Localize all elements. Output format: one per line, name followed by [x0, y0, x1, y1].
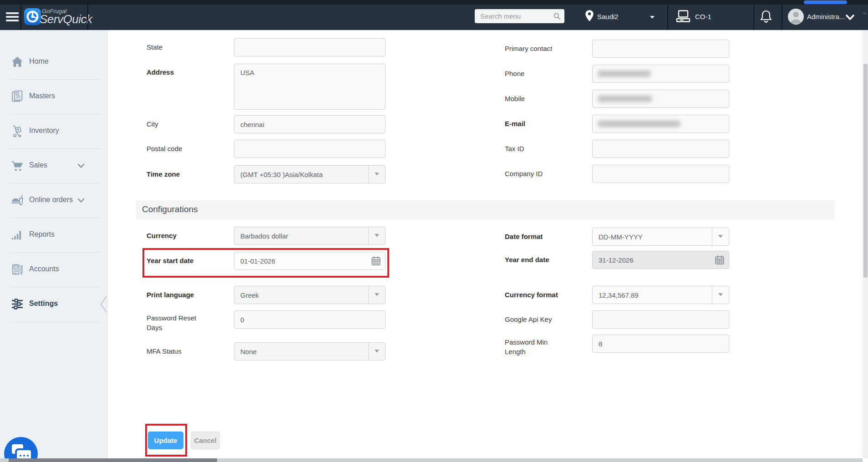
redacted-value: [598, 121, 680, 127]
top-scroll-indicator: [804, 0, 847, 4]
currency-format-select[interactable]: 12,34,567.89: [592, 286, 729, 304]
mfa-status-select[interactable]: None: [234, 342, 386, 360]
header-divider: [667, 5, 668, 30]
section-title: Configurations: [142, 204, 198, 214]
sidebar-divider: [10, 252, 101, 253]
header-divider: [20, 5, 21, 30]
sidebar-item-masters[interactable]: Masters: [0, 86, 107, 107]
primary-contact-input[interactable]: [592, 40, 729, 58]
password-reset-days-input[interactable]: [234, 310, 386, 329]
cancel-button[interactable]: Cancel: [191, 432, 220, 449]
year-start-date-input[interactable]: [234, 252, 386, 270]
location-pin-icon: [584, 10, 594, 22]
chevron-down-icon: [368, 166, 385, 183]
sidebar-divider: [10, 183, 101, 183]
chevron-down-icon: [368, 227, 385, 244]
clock-logo-icon: [24, 8, 41, 25]
search-input[interactable]: [475, 9, 564, 23]
currency-select[interactable]: Barbados dollar: [234, 227, 386, 245]
location-selector[interactable]: Saudi2: [583, 7, 660, 26]
chevron-down-icon: [650, 16, 655, 19]
brand-servquick: ServQuick: [40, 12, 92, 26]
hamburger-menu-icon[interactable]: [6, 12, 20, 22]
chevron-down-icon: [712, 228, 729, 245]
mobile-label: Mobile: [505, 94, 586, 103]
postal-code-label: Postal code: [147, 144, 228, 153]
mfa-status-label: MFA Status: [147, 346, 228, 356]
masters-icon: [11, 90, 24, 103]
sidebar-item-settings[interactable]: Settings: [0, 294, 107, 314]
sidebar-collapse-chevron-left-icon[interactable]: [100, 296, 107, 313]
phone-input[interactable]: [592, 65, 729, 83]
time-zone-label: Time zone: [147, 169, 228, 179]
calendar-icon[interactable]: [371, 256, 381, 266]
header-divider: [87, 5, 88, 30]
person-icon: [788, 9, 804, 25]
accounts-icon: [11, 263, 24, 276]
year-start-date-label: Year start date: [147, 256, 228, 265]
city-label: City: [147, 119, 228, 129]
postal-code-input[interactable]: [234, 140, 386, 158]
app-header: [0, 5, 868, 30]
email-input[interactable]: [592, 115, 729, 133]
sidebar-item-accounts[interactable]: Accounts: [0, 259, 107, 279]
settings-sliders-icon: [11, 298, 24, 310]
city-input[interactable]: [234, 115, 386, 133]
header-divider: [753, 5, 754, 30]
sidebar-divider: [10, 322, 101, 322]
state-input[interactable]: [234, 38, 386, 56]
google-api-key-label: Google Api Key: [505, 315, 586, 324]
year-start-date-field: [234, 252, 386, 270]
location-label: Saudi2: [597, 13, 619, 20]
online-orders-icon: [11, 194, 24, 207]
chevron-down-icon: [77, 198, 85, 203]
reports-icon: [11, 228, 24, 241]
sidebar-item-inventory[interactable]: Inventory: [0, 121, 107, 141]
servquick-settings-page: GoFrugal ServQuick Saudi2 CO-1: [0, 0, 868, 462]
sidebar-item-home[interactable]: Home: [0, 52, 107, 72]
company-id-input[interactable]: [592, 165, 729, 183]
horizontal-scrollbar-thumb[interactable]: [9, 458, 217, 462]
servquick-logo[interactable]: [24, 8, 41, 25]
email-label: E-mail: [505, 119, 586, 128]
sidebar-divider: [10, 148, 101, 149]
password-reset-days-label: Password Reset Days: [147, 313, 208, 332]
chevron-down-icon: [368, 286, 385, 304]
date-format-select[interactable]: DD-MM-YYYY: [592, 228, 729, 246]
sidebar-divider: [10, 218, 101, 218]
user-label: Administra...: [807, 13, 845, 20]
configurations-section-header: Configurations: [136, 200, 834, 219]
inventory-icon: [11, 125, 24, 137]
year-end-date-input: [592, 251, 729, 269]
calendar-icon: [715, 255, 725, 265]
vertical-scrollbar-thumb[interactable]: [863, 64, 868, 278]
sidebar-divider: [10, 114, 101, 114]
sidebar-divider: [10, 287, 101, 287]
user-menu[interactable]: Administra...: [787, 6, 860, 27]
notifications-button[interactable]: [757, 8, 775, 25]
sidebar-item-sales[interactable]: Sales: [0, 156, 107, 176]
mobile-input[interactable]: [592, 90, 729, 108]
state-label: State: [147, 42, 228, 52]
phone-label: Phone: [505, 69, 586, 78]
terminal-label: CO-1: [695, 13, 711, 20]
print-language-select[interactable]: Greek: [234, 286, 386, 304]
date-format-label: Date format: [505, 232, 586, 241]
tax-id-input[interactable]: [592, 140, 729, 158]
chevron-down-icon: [77, 163, 85, 168]
update-button[interactable]: Update: [148, 432, 183, 449]
header-overflow-dots: ..: [863, 7, 867, 15]
sidebar-item-reports[interactable]: Reports: [0, 225, 107, 245]
year-end-date-field: [592, 251, 729, 269]
time-zone-select[interactable]: (GMT +05:30 )Asia/Kolkata: [234, 165, 386, 183]
tax-id-label: Tax ID: [505, 144, 586, 153]
google-api-key-input[interactable]: [592, 310, 729, 329]
address-textarea[interactable]: USA: [234, 64, 386, 110]
redacted-value: [598, 96, 652, 102]
bell-icon: [760, 10, 772, 23]
sidebar-item-online-orders[interactable]: Online orders: [0, 190, 107, 210]
password-min-length-input[interactable]: [592, 335, 729, 353]
search-icon[interactable]: [553, 12, 561, 20]
pos-terminal-icon: [676, 10, 690, 23]
terminal-selector[interactable]: CO-1: [675, 7, 730, 26]
